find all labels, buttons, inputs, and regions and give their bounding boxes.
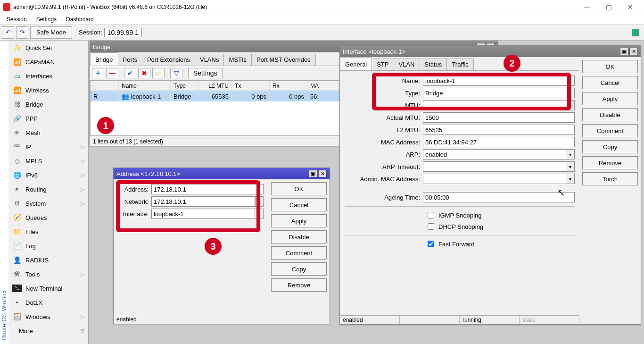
redo-button[interactable]: ↷ (16, 26, 28, 39)
network-up-button[interactable]: ▴ (255, 196, 264, 207)
interface-restore-button[interactable]: ▣ (620, 48, 628, 55)
nav-ipv6[interactable]: 🌐IPv6▷ (8, 168, 88, 182)
tab-mstis[interactable]: MSTIs (223, 54, 252, 66)
col-l2mtu[interactable]: L2 MTU (199, 81, 232, 91)
dhcp-checkbox[interactable] (428, 223, 434, 230)
menu-dashboard[interactable]: Dashboard (61, 15, 99, 24)
network-label: Network: (118, 198, 151, 205)
nav-interfaces[interactable]: ▭Interfaces (8, 69, 88, 83)
tab-status[interactable]: Status (420, 59, 447, 70)
nav-tools[interactable]: 🛠Tools▷ (8, 267, 88, 281)
tab-port-ext[interactable]: Port Extensions (142, 54, 195, 66)
disable-button[interactable]: ✖ (138, 68, 150, 78)
interface-close-button[interactable]: ✕ (629, 48, 638, 55)
address-close-button[interactable]: ✕ (318, 170, 327, 177)
filter-button[interactable]: ▽ (170, 68, 182, 78)
comment-button[interactable]: ▭ (152, 68, 165, 78)
actual-mtu-value (423, 112, 575, 123)
iface-apply-button[interactable]: Apply (582, 92, 638, 105)
interface-input[interactable] (151, 209, 255, 219)
tab-general[interactable]: General (340, 57, 372, 70)
nav-ppp[interactable]: 🔗PPP (8, 111, 88, 126)
address-ok-button[interactable]: OK (271, 182, 327, 195)
igmp-checkbox[interactable] (428, 212, 434, 218)
nav-system[interactable]: ⚙System▷ (8, 196, 88, 210)
iface-disable-button[interactable]: Disable (582, 108, 638, 121)
address-restore-button[interactable]: ▣ (309, 170, 317, 177)
col-type[interactable]: Type (171, 81, 199, 91)
nav-windows[interactable]: 🪟Windows▷ (8, 310, 88, 324)
address-copy-button[interactable]: Copy (271, 262, 327, 276)
menu-session[interactable]: Session (2, 15, 32, 24)
main-toolbar: ↶ ↷ Safe Mode Session: 10.99.99.1 (0, 25, 644, 41)
undo-button[interactable]: ↶ (2, 26, 14, 39)
iface-torch-button[interactable]: Torch (582, 172, 638, 185)
iface-remove-button[interactable]: Remove (582, 156, 638, 169)
arp-dropdown-button[interactable]: ▾ (566, 149, 575, 159)
nav-radius[interactable]: 👤RADIUS (8, 253, 88, 267)
address-remove-button[interactable]: Remove (271, 278, 327, 292)
minimize-button[interactable]: — (576, 0, 598, 14)
col-rx[interactable]: Rx (270, 81, 307, 91)
close-button[interactable]: ✕ (619, 0, 641, 14)
adminmac-dropdown-button[interactable]: ▾ (566, 174, 575, 184)
iface-name-input[interactable] (423, 76, 575, 86)
arpto-input[interactable] (423, 161, 566, 172)
wifi-icon: 📶 (12, 58, 22, 66)
nav-mpls[interactable]: ◇MPLS▷ (8, 154, 88, 168)
address-input[interactable] (151, 184, 264, 194)
chevron-down-icon: ▽ (81, 328, 84, 334)
arp-input[interactable] (423, 149, 566, 159)
nav-routing[interactable]: ✴Routing▷ (8, 182, 88, 196)
nav-quickset[interactable]: ✨Quick Set (8, 41, 88, 55)
interface-dropdown-button[interactable]: ▾ (255, 209, 264, 219)
menubar: Session Settings Dashboard (0, 14, 644, 25)
enable-button[interactable]: ✔ (124, 68, 136, 78)
remove-button[interactable]: — (106, 68, 118, 78)
nav-ip[interactable]: 255IP▷ (8, 140, 88, 154)
nav-capsman[interactable]: 📶CAPsMAN (8, 55, 88, 69)
menu-settings[interactable]: Settings (32, 15, 61, 24)
col-name[interactable]: Name (119, 81, 171, 91)
ppp-icon: 🔗 (12, 115, 22, 122)
iface-copy-button[interactable]: Copy (582, 140, 638, 153)
network-input[interactable] (151, 196, 255, 207)
nav-more[interactable]: More▽ (8, 324, 88, 338)
adminmac-input[interactable] (423, 174, 566, 184)
address-window-titlebar[interactable]: Address <172.18.10.1> ▣ ✕ (114, 168, 330, 179)
col-tx[interactable]: Tx (232, 81, 270, 91)
safemode-button[interactable]: Safe Mode (30, 26, 72, 39)
settings-button[interactable]: Settings (188, 68, 223, 78)
fastforward-checkbox[interactable] (428, 241, 434, 247)
iface-mtu-input[interactable] (423, 100, 566, 110)
address-apply-button[interactable]: Apply (271, 214, 327, 227)
nav-terminal[interactable]: >_New Terminal (8, 281, 88, 295)
tab-vlans[interactable]: VLANs (195, 54, 224, 66)
nav-bridge[interactable]: ⛓Bridge (8, 97, 88, 111)
address-comment-button[interactable]: Comment (271, 246, 327, 260)
nav-files[interactable]: 📁Files (8, 225, 88, 239)
nav-wireless[interactable]: 📶Wireless (8, 83, 88, 97)
interface-window-titlebar[interactable]: Interface <loopback-1> ▣ ✕ (340, 46, 641, 57)
tab-stp[interactable]: STP (372, 59, 394, 70)
nav-mesh[interactable]: ✳Mesh (8, 126, 88, 140)
address-cancel-button[interactable]: Cancel (271, 198, 327, 211)
nav-dot1x[interactable]: •Dot1X (8, 295, 88, 310)
mtu-dropdown-button[interactable]: ▾ (566, 100, 575, 110)
maximize-button[interactable]: ▢ (598, 0, 619, 14)
tab-bridge[interactable]: Bridge (90, 52, 118, 66)
nav-log[interactable]: 📄Log (8, 239, 88, 253)
ageing-input[interactable] (423, 192, 575, 202)
iface-cancel-button[interactable]: Cancel (582, 76, 638, 89)
nav-queues[interactable]: 🧭Queues (8, 210, 88, 225)
tab-vlan[interactable]: VLAN (394, 59, 420, 70)
tab-traffic[interactable]: Traffic (446, 59, 473, 70)
tab-ports[interactable]: Ports (118, 54, 142, 66)
address-disable-button[interactable]: Disable (271, 230, 327, 243)
mac-label: MAC Address: (345, 139, 423, 146)
add-button[interactable]: ＋ (92, 68, 104, 78)
arpto-dropdown-button[interactable]: ▾ (566, 161, 575, 172)
iface-ok-button[interactable]: OK (582, 60, 638, 73)
iface-comment-button[interactable]: Comment (582, 124, 638, 137)
tab-port-mst[interactable]: Port MST Overrides (251, 54, 316, 66)
